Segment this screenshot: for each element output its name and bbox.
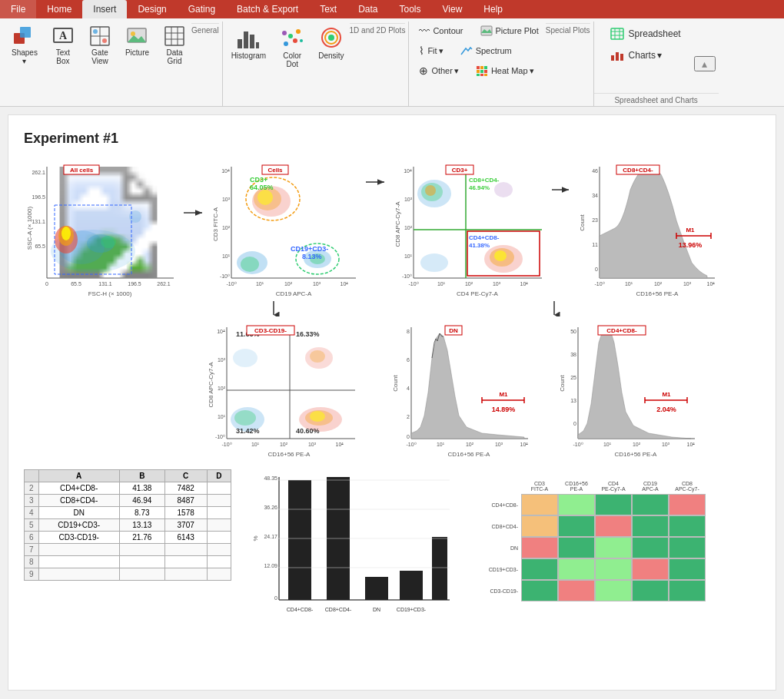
cell-4-a: DN <box>38 507 119 519</box>
hm-cell-1-3 <box>595 494 632 515</box>
svg-text:2: 2 <box>407 414 410 419</box>
fit-button[interactable]: ⌇ Fit ▾ <box>412 41 450 60</box>
arrow-2 <box>364 174 387 190</box>
hm-cell-4-4 <box>632 558 669 580</box>
collapse-button[interactable]: ▴ <box>694 56 716 71</box>
tab-view[interactable]: View <box>432 0 473 18</box>
svg-point-74 <box>101 236 116 248</box>
datagrid-button[interactable]: DataGrid <box>158 22 191 69</box>
hm-cell-2-4 <box>632 515 669 537</box>
tab-insert[interactable]: Insert <box>82 0 127 18</box>
svg-text:10²: 10² <box>404 225 413 230</box>
spreadsheet-icon <box>610 28 624 40</box>
spreadsheet-button[interactable]: Spreadsheet <box>603 25 688 43</box>
hm-cell-5-5 <box>669 580 706 601</box>
spectrum-button[interactable]: Spectrum <box>453 41 519 60</box>
charts-button[interactable]: Charts ▾ <box>603 46 688 65</box>
gateview-icon <box>89 25 111 47</box>
svg-text:10³: 10³ <box>218 357 226 363</box>
cell-4-c: 1578 <box>164 507 207 519</box>
cell-9-a <box>38 568 119 581</box>
svg-point-99 <box>257 190 273 205</box>
table-row: 3 CD8+CD4- 46.94 8487 <box>25 495 231 507</box>
table-row: 5 CD19+CD3- 13.13 3707 <box>25 519 231 532</box>
tab-tools[interactable]: Tools <box>389 0 432 18</box>
svg-text:46.94%: 46.94% <box>469 184 490 191</box>
histogram-label: Histogram <box>231 51 267 60</box>
hm-cell-3-5 <box>669 537 706 558</box>
cell-9-c <box>164 568 207 581</box>
svg-text:-10⁰: -10⁰ <box>406 442 416 447</box>
hm-cell-1-1 <box>521 494 558 515</box>
hm-cell-5-2 <box>558 580 595 601</box>
shapes-button[interactable]: Shapes ▾ <box>6 22 43 69</box>
svg-text:CD16+56 PE-A: CD16+56 PE-A <box>448 451 491 458</box>
cell-9-d <box>207 568 231 581</box>
svg-text:10¹: 10¹ <box>603 442 612 447</box>
tab-home[interactable]: Home <box>36 0 82 18</box>
tab-batch-export[interactable]: Batch & Export <box>226 0 309 18</box>
svg-text:16.33%: 16.33% <box>296 330 320 338</box>
tab-help[interactable]: Help <box>473 0 513 18</box>
svg-text:10²: 10² <box>222 225 231 230</box>
hm-cell-4-2 <box>558 558 595 580</box>
histogram-button[interactable]: Histogram <box>226 22 272 64</box>
pictureplot-button[interactable]: Picture Plot <box>473 22 546 40</box>
row-num-8: 8 <box>25 556 39 568</box>
tab-design[interactable]: Design <box>127 0 177 18</box>
cell-3-a: CD8+CD4- <box>38 495 119 507</box>
svg-text:10¹: 10¹ <box>437 281 446 287</box>
svg-rect-44 <box>611 55 614 61</box>
svg-point-72 <box>61 227 71 240</box>
svg-text:CD8 APC-Cy7-A: CD8 APC-Cy7-A <box>394 201 401 247</box>
svg-text:CD8+CD4-: CD8+CD4- <box>623 167 653 174</box>
svg-text:FSC-H (× 1000): FSC-H (× 1000) <box>88 290 132 297</box>
textbox-button[interactable]: A TextBox <box>46 22 80 69</box>
svg-text:31.42%: 31.42% <box>236 427 260 435</box>
svg-text:25: 25 <box>570 375 576 380</box>
colordot-button[interactable]: ColorDot <box>274 22 310 72</box>
gateview-button[interactable]: GateView <box>83 22 117 69</box>
other-button[interactable]: ⊕ Other ▾ <box>412 61 466 80</box>
tab-gating[interactable]: Gating <box>178 0 226 18</box>
svg-text:10⁴: 10⁴ <box>217 329 225 334</box>
cell-4-d <box>207 507 231 519</box>
contour-button[interactable]: 〰 Contour <box>412 22 470 40</box>
charts-icon <box>610 49 624 61</box>
cd4cd8minus-plot: 50 38 25 13 0 -10⁰ 10¹ 10² 10³ 10⁴ Count… <box>556 320 699 462</box>
svg-point-8 <box>102 38 107 43</box>
svg-text:10²: 10² <box>465 281 473 287</box>
svg-text:-10⁰: -10⁰ <box>226 281 236 287</box>
cell-7-a <box>38 544 119 556</box>
hm-cell-3-2 <box>558 537 595 558</box>
ribbon: File Home Insert Design Gating Batch & E… <box>0 0 784 107</box>
svg-text:196.5: 196.5 <box>32 194 45 200</box>
svg-text:M1: M1 <box>662 391 671 398</box>
picture-button[interactable]: Picture <box>120 22 154 61</box>
ribbon-tabs: File Home Insert Design Gating Batch & E… <box>0 0 784 18</box>
svg-text:CD4+CD8-: CD4+CD8- <box>287 607 314 612</box>
svg-text:10²: 10² <box>654 281 663 287</box>
svg-text:10³: 10³ <box>493 281 501 287</box>
density-button[interactable]: Density <box>313 22 349 64</box>
tab-data[interactable]: Data <box>347 0 388 18</box>
heatmap-button[interactable]: Heat Map ▾ <box>469 61 541 80</box>
tab-text[interactable]: Text <box>309 0 347 18</box>
svg-text:-10⁰: -10⁰ <box>402 273 412 279</box>
svg-text:0: 0 <box>407 434 410 439</box>
svg-text:-10⁰: -10⁰ <box>573 442 583 447</box>
hm-row-label-1: CD4+CD8- <box>467 494 521 515</box>
hm-cell-4-3 <box>595 558 632 580</box>
row-num-4: 4 <box>25 507 39 519</box>
svg-text:CD19 APC-A: CD19 APC-A <box>276 290 312 297</box>
cell-6-d <box>207 532 231 544</box>
heatmap-container: CD3FITC-A CD16+56PE-A CD4PE-Cy7-A CD19AP… <box>467 469 706 601</box>
hm-row-label-3: DN <box>467 537 521 558</box>
gateview-label: GateView <box>91 48 108 65</box>
hm-col-header-3: CD4PE-Cy7-A <box>595 471 632 494</box>
svg-text:4: 4 <box>407 386 410 391</box>
svg-text:6: 6 <box>407 357 410 363</box>
ribbon-section-special: 〰 Contour Picture Plot ⌇ Fit ▾ <box>409 22 593 106</box>
tab-file[interactable]: File <box>0 0 36 18</box>
spreadsheet-group-label: Spreadsheet and Charts <box>594 93 719 104</box>
